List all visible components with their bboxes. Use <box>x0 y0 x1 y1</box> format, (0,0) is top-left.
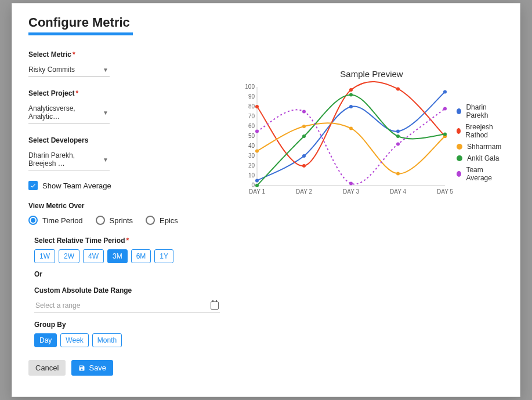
svg-point-42 <box>443 107 447 110</box>
check-icon <box>30 182 37 189</box>
team-average-label: Show Team Average <box>42 181 111 190</box>
team-average-checkbox[interactable] <box>28 181 38 190</box>
label-select-project: Select Project* <box>28 89 226 97</box>
chevron-down-icon: ▼ <box>103 157 108 163</box>
legend-label: Shharrnam <box>467 143 501 151</box>
svg-text:60: 60 <box>248 123 255 129</box>
radio-time-period[interactable]: Time Period <box>28 216 83 225</box>
svg-text:20: 20 <box>248 162 255 169</box>
radio-icon <box>146 216 155 225</box>
radio-epics[interactable]: Epics <box>146 216 178 225</box>
legend-label: Team Average <box>466 166 504 182</box>
legend-label: Breejesh Rathod <box>465 123 504 139</box>
svg-point-39 <box>302 110 306 114</box>
select-project[interactable]: Analyticsverse, Analytic… ▼ <box>28 102 110 123</box>
legend-item: Breejesh Rathod <box>457 123 504 139</box>
radio-sprints[interactable]: Sprints <box>96 216 133 225</box>
label-or: Or <box>34 270 226 278</box>
svg-point-40 <box>349 182 353 186</box>
svg-point-22 <box>443 90 447 94</box>
legend-label: Ankit Gala <box>467 154 499 162</box>
period-2w[interactable]: 2W <box>59 249 79 263</box>
title-underline <box>28 32 133 35</box>
chevron-down-icon: ▼ <box>103 67 108 73</box>
svg-text:DAY 2: DAY 2 <box>296 188 312 195</box>
svg-point-21 <box>396 130 400 133</box>
legend-label: Dharin Parekh <box>466 103 504 119</box>
calendar-icon <box>211 301 219 310</box>
date-range-input[interactable]: Select a range <box>34 299 220 312</box>
period-1y[interactable]: 1Y <box>154 249 173 263</box>
period-1w[interactable]: 1W <box>34 249 55 263</box>
svg-point-41 <box>396 143 400 146</box>
svg-point-29 <box>302 125 306 128</box>
radio-icon <box>28 216 38 225</box>
svg-point-23 <box>255 105 259 108</box>
label-select-developers: Select Developers <box>28 136 226 144</box>
chart-legend: Dharin ParekhBreejesh RathodShharrnamAnk… <box>457 100 504 186</box>
groupby-month[interactable]: Month <box>92 333 122 347</box>
legend-dot-icon <box>457 155 462 161</box>
radio-label: Epics <box>160 216 178 225</box>
view-over-radio-group: Time PeriodSprintsEpics <box>28 216 226 225</box>
svg-point-30 <box>349 126 353 130</box>
label-relative-period: Select Relative Time Period* <box>34 237 226 245</box>
legend-item: Shharrnam <box>457 143 504 151</box>
legend-dot-icon <box>457 144 462 150</box>
radio-label: Sprints <box>110 216 133 225</box>
configure-metric-dialog: { "title": "Configure Metric", "labels":… <box>12 3 520 397</box>
svg-text:80: 80 <box>248 103 255 110</box>
legend-dot-icon <box>457 108 461 114</box>
period-6m[interactable]: 6M <box>131 249 151 263</box>
config-form: Select Metric* Risky Commits ▼ Select Pr… <box>28 46 226 376</box>
preview-title: Sample Preview <box>240 69 504 79</box>
svg-text:90: 90 <box>248 93 255 100</box>
chevron-down-icon: ▼ <box>103 110 108 116</box>
svg-text:DAY 3: DAY 3 <box>343 188 359 195</box>
svg-point-26 <box>396 87 400 90</box>
preview-panel: Sample Preview 0102030405060708090100DAY… <box>240 46 504 376</box>
groupby-week[interactable]: Week <box>60 333 88 347</box>
svg-point-31 <box>396 172 400 176</box>
legend-dot-icon <box>457 128 461 134</box>
svg-point-19 <box>302 154 306 158</box>
legend-item: Dharin Parekh <box>457 103 504 119</box>
label-view-metric-over: View Metric Over <box>28 202 226 210</box>
svg-point-35 <box>349 93 353 97</box>
period-4w[interactable]: 4W <box>83 249 104 263</box>
svg-point-33 <box>255 184 259 187</box>
svg-point-36 <box>396 134 400 138</box>
svg-point-20 <box>349 105 353 108</box>
label-custom-range: Custom Absolute Date Range <box>34 286 226 294</box>
svg-point-28 <box>255 150 259 153</box>
legend-dot-icon <box>457 171 461 177</box>
radio-label: Time Period <box>42 216 83 225</box>
period-3m[interactable]: 3M <box>107 249 128 263</box>
svg-text:DAY 1: DAY 1 <box>249 188 265 195</box>
label-select-metric: Select Metric* <box>28 50 226 59</box>
group-by-group: DayWeekMonth <box>34 333 226 347</box>
svg-point-34 <box>302 134 306 138</box>
svg-text:70: 70 <box>248 113 255 119</box>
svg-text:50: 50 <box>248 133 255 139</box>
svg-text:DAY 5: DAY 5 <box>437 188 453 195</box>
select-metric-value: Risky Commits <box>28 66 75 74</box>
save-button[interactable]: Save <box>71 360 113 376</box>
label-group-by: Group By <box>34 321 226 329</box>
cancel-button[interactable]: Cancel <box>28 360 66 376</box>
sample-chart: 0102030405060708090100DAY 1DAY 2DAY 3DAY… <box>240 83 448 199</box>
groupby-day[interactable]: Day <box>34 333 57 347</box>
select-developers[interactable]: Dharin Parekh, Breejesh … ▼ <box>28 149 110 170</box>
dialog-title: Configure Metric <box>28 15 504 30</box>
svg-text:10: 10 <box>248 172 255 179</box>
svg-point-18 <box>255 179 259 183</box>
select-metric[interactable]: Risky Commits ▼ <box>28 63 110 77</box>
svg-point-38 <box>255 130 259 133</box>
svg-text:30: 30 <box>248 152 255 159</box>
svg-text:0: 0 <box>251 182 255 188</box>
legend-item: Team Average <box>457 166 504 182</box>
svg-point-37 <box>443 133 447 136</box>
svg-point-25 <box>349 88 353 92</box>
date-range-placeholder: Select a range <box>35 301 80 310</box>
select-project-value: Analyticsverse, Analytic… <box>28 104 103 121</box>
